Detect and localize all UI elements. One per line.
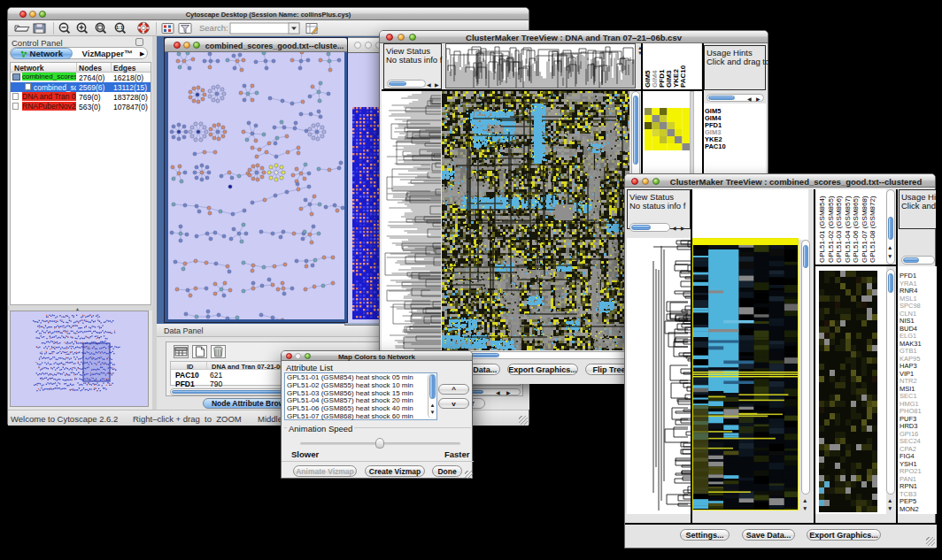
svg-text:Search:: Search:: [199, 23, 228, 33]
svg-text:1:1: 1:1: [116, 25, 123, 30]
